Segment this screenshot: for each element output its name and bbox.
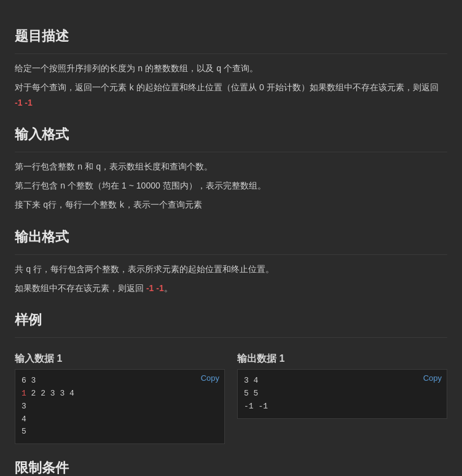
example-title: 样例 <box>15 308 447 331</box>
input-format-section: 第一行包含整数 n 和 q，表示数组长度和查询个数。 第二行包含 n 个整数（均… <box>15 160 447 213</box>
output-format-title: 输出格式 <box>15 225 447 248</box>
output-line-1: 共 q 行，每行包含两个整数，表示所求元素的起始位置和终止位置。 <box>15 262 447 278</box>
example-divider <box>15 337 447 338</box>
example-section: 输入数据 1 Copy 6 3 1 2 2 3 3 4 3 4 5 输出数据 1… <box>15 350 447 444</box>
constraints-title: 限制条件 <box>15 456 447 476</box>
input-line-2: 第二行包含 n 个整数（均在 1 ~ 10000 范围内），表示完整数组。 <box>15 179 447 194</box>
input-line-3: 接下来 q行，每行一个整数 k，表示一个查询元素 <box>15 198 447 213</box>
copy-output-button[interactable]: Copy <box>423 373 442 383</box>
example-row: 输入数据 1 Copy 6 3 1 2 2 3 3 4 3 4 5 输出数据 1… <box>15 350 447 444</box>
input-code-line-2: 1 2 2 3 3 4 <box>22 388 218 400</box>
output-code-line-2: 5 5 <box>244 388 440 400</box>
input-line-1: 第一行包含整数 n 和 q，表示数组长度和查询个数。 <box>15 160 447 175</box>
input-code-line-3: 3 <box>22 400 218 413</box>
title-divider <box>15 53 447 54</box>
desc-line-2: 对于每个查询，返回一个元素 k 的起始位置和终止位置（位置从 0 开始计数）如果… <box>15 80 447 111</box>
desc-line-1: 给定一个按照升序排列的长度为 n 的整数数组，以及 q 个查询。 <box>15 61 447 77</box>
output-divider <box>15 254 447 255</box>
page-title: 题目描述 <box>15 25 447 47</box>
input-code-line-1: 6 3 <box>22 375 218 388</box>
description-section: 给定一个按照升序排列的长度为 n 的整数数组，以及 q 个查询。 对于每个查询，… <box>15 61 447 110</box>
input-data-box: Copy 6 3 1 2 2 3 3 4 3 4 5 <box>15 369 225 444</box>
output-line-2: 如果数组中不存在该元素，则返回 -1 -1。 <box>15 281 447 296</box>
input-code-line-4: 4 <box>22 413 218 426</box>
input-divider <box>15 152 447 152</box>
output-code-line-3: -1 -1 <box>244 400 440 413</box>
output-format-section: 共 q 行，每行包含两个整数，表示所求元素的起始位置和终止位置。 如果数组中不存… <box>15 262 447 296</box>
output-code-line-1: 3 4 <box>244 375 440 388</box>
output-data-title: 输出数据 1 <box>237 350 447 367</box>
output-data-box: Copy 3 4 5 5 -1 -1 <box>237 369 447 418</box>
input-code-line-5: 5 <box>22 426 218 439</box>
input-data-title: 输入数据 1 <box>15 350 225 367</box>
copy-input-button[interactable]: Copy <box>201 373 219 383</box>
output-data-wrapper: 输出数据 1 Copy 3 4 5 5 -1 -1 <box>237 350 447 444</box>
input-format-title: 输入格式 <box>15 123 447 146</box>
input-data-wrapper: 输入数据 1 Copy 6 3 1 2 2 3 3 4 3 4 5 <box>15 350 225 444</box>
